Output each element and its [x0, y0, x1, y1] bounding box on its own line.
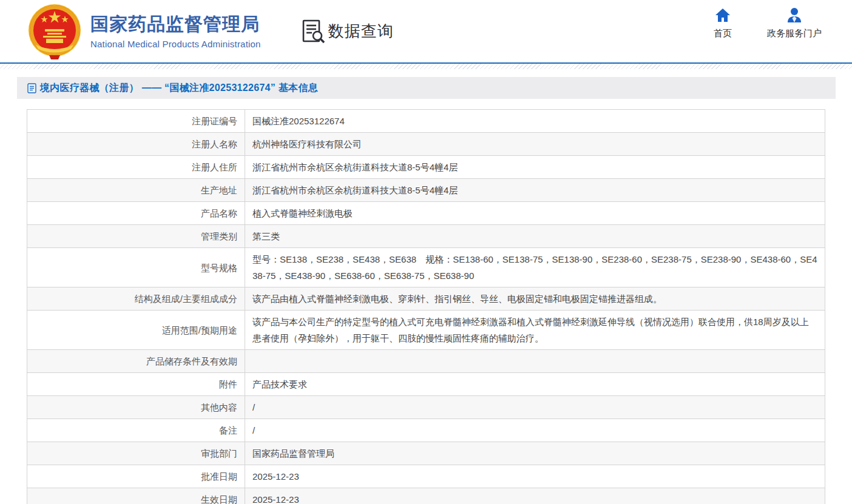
site-title: 国家药品监督管理局: [90, 13, 261, 35]
table-row: 结构及组成/主要组成成分 该产品由植入式脊髓神经刺激电极、穿刺针、指引钢丝、导丝…: [27, 287, 825, 311]
page-title: 境内医疗器械（注册） —— “国械注准20253122674” 基本信息: [40, 82, 318, 95]
row-label: 批准日期: [27, 465, 245, 488]
table-row: 注册人住所 浙江省杭州市余杭区余杭街道科技大道8-5号4幢4层: [27, 156, 825, 179]
table-row: 型号规格 型号：SE138，SE238，SE438，SE638 规格：SE138…: [27, 248, 825, 287]
row-label: 注册证编号: [27, 110, 245, 133]
row-value: [245, 350, 825, 373]
brand-block: 国家药品监督管理局 National Medical Products Admi…: [90, 13, 261, 49]
header: 国家药品监督管理局 National Medical Products Admi…: [0, 0, 852, 62]
row-label: 产品名称: [27, 202, 245, 225]
breadcrumb: 境内医疗器械（注册） —— “国械注准20253122674” 基本信息: [17, 77, 836, 99]
table-row: 生产地址 浙江省杭州市余杭区余杭街道科技大道8-5号4幢4层: [27, 179, 825, 202]
row-value: 国家药品监督管理局: [245, 442, 825, 465]
row-label: 审批部门: [27, 442, 245, 465]
row-value: 国械注准20253122674: [245, 110, 825, 133]
row-value: 杭州神络医疗科技有限公司: [245, 133, 825, 156]
row-label: 注册人名称: [27, 133, 245, 156]
row-label: 管理类别: [27, 225, 245, 248]
table-row: 适用范围/预期用途 该产品与本公司生产的特定型号的植入式可充电脊髓神经刺激器和植…: [27, 311, 825, 350]
row-value: /: [245, 396, 825, 419]
row-value: 该产品与本公司生产的特定型号的植入式可充电脊髓神经刺激器和植入式脊髓神经刺激延伸…: [245, 311, 825, 350]
data-query-link[interactable]: 数据查询: [302, 19, 394, 44]
data-query-label: 数据查询: [328, 21, 394, 42]
row-label: 产品储存条件及有效期: [27, 350, 245, 373]
row-label: 备注: [27, 419, 245, 442]
table-row: 注册人名称 杭州神络医疗科技有限公司: [27, 133, 825, 156]
home-icon: [715, 7, 731, 23]
table-row: 其他内容 /: [27, 396, 825, 419]
nav-gov-portal[interactable]: 政务服务门户: [767, 7, 822, 39]
row-label: 生产地址: [27, 179, 245, 202]
national-emblem-logo: [27, 4, 82, 59]
table-row: 审批部门 国家药品监督管理局: [27, 442, 825, 465]
table-row: 产品名称 植入式脊髓神经刺激电极: [27, 202, 825, 225]
table-row: 生效日期 2025-12-23: [27, 488, 825, 504]
document-icon: [27, 83, 36, 93]
registration-info-table: 注册证编号 国械注准20253122674 注册人名称 杭州神络医疗科技有限公司…: [27, 109, 825, 504]
row-value: 浙江省杭州市余杭区余杭街道科技大道8-5号4幢4层: [245, 179, 825, 202]
row-label: 其他内容: [27, 396, 245, 419]
row-value: 第三类: [245, 225, 825, 248]
row-value attachment-link: 产品技术要求: [245, 373, 825, 396]
nav-gov-portal-label: 政务服务门户: [767, 28, 822, 39]
row-value: 型号：SE138，SE238，SE438，SE638 规格：SE138-60，S…: [245, 248, 825, 287]
row-value: 2025-12-23: [245, 465, 825, 488]
hatch-strip: [0, 64, 852, 69]
user-icon: [786, 7, 802, 23]
site-subtitle: National Medical Products Administration: [90, 39, 261, 49]
row-label: 适用范围/预期用途: [27, 311, 245, 350]
nav-home-label: 首页: [714, 28, 732, 39]
header-nav: 首页 政务服务门户: [714, 7, 822, 39]
document-search-icon: [302, 19, 325, 44]
row-value: 植入式脊髓神经刺激电极: [245, 202, 825, 225]
row-value: /: [245, 419, 825, 442]
row-label: 生效日期: [27, 488, 245, 504]
row-label: 结构及组成/主要组成成分: [27, 287, 245, 311]
nav-home[interactable]: 首页: [714, 7, 732, 39]
row-value: 2025-12-23: [245, 488, 825, 504]
row-value: 浙江省杭州市余杭区余杭街道科技大道8-5号4幢4层: [245, 156, 825, 179]
table-row: 批准日期 2025-12-23: [27, 465, 825, 488]
table-row: 附件 产品技术要求: [27, 373, 825, 396]
table-row: 备注 /: [27, 419, 825, 442]
row-value: 该产品由植入式脊髓神经刺激电极、穿刺针、指引钢丝、导丝、电极固定锚和电极固定锚推…: [245, 287, 825, 311]
row-label: 注册人住所: [27, 156, 245, 179]
row-label: 型号规格: [27, 248, 245, 287]
table-row: 产品储存条件及有效期: [27, 350, 825, 373]
table-row: 管理类别 第三类: [27, 225, 825, 248]
row-label: 附件: [27, 373, 245, 396]
table-row: 注册证编号 国械注准20253122674: [27, 110, 825, 133]
